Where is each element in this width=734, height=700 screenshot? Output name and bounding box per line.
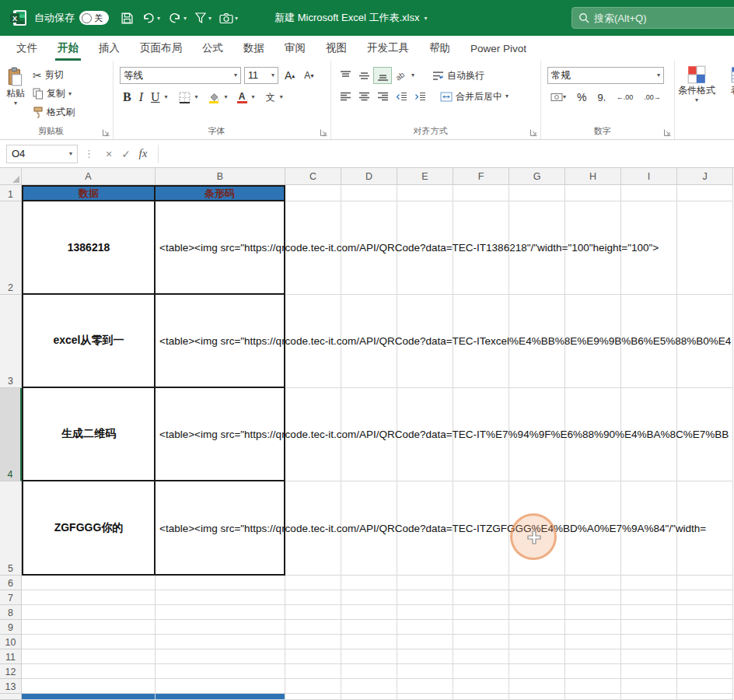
cell-J13[interactable] [677,679,733,694]
cell-E1[interactable] [397,185,453,201]
tab-公式[interactable]: 公式 [192,36,233,61]
cell-A2[interactable]: 1386218 [22,201,156,295]
tab-文件[interactable]: 文件 [6,36,47,61]
search-box[interactable] [571,7,734,29]
cell-G12[interactable] [509,664,565,679]
cell-I6[interactable] [621,576,677,590]
comma-style-button[interactable]: 9, [594,89,608,106]
align-top-button[interactable] [336,67,355,84]
increase-decimal-button[interactable]: ←.00 [613,89,637,106]
cell-C7[interactable] [285,590,341,605]
cell-G1[interactable] [509,185,565,201]
camera-button[interactable]: ▾ [215,6,242,30]
cell-J1[interactable] [677,185,733,201]
cell-A3[interactable]: excel从零到一 [22,295,156,388]
cancel-entry-button[interactable]: × [100,148,117,160]
cell-C11[interactable] [285,649,341,664]
cell-G13[interactable] [509,679,565,694]
cell-J12[interactable] [677,664,733,679]
redo-dropdown-icon[interactable]: ▾ [184,15,187,22]
cell-H7[interactable] [565,590,621,605]
increase-indent-button[interactable] [411,88,429,105]
column-header-D[interactable]: D [341,168,397,185]
orientation-button[interactable]: ab ▾ [392,67,418,84]
redo-button[interactable]: ▾ [164,6,190,30]
cell-C10[interactable] [285,635,341,649]
bold-button[interactable]: B [120,89,135,106]
tab-开始[interactable]: 开始 [47,36,89,61]
row-header-7[interactable]: 7 [0,590,22,605]
column-header-J[interactable]: J [677,168,733,185]
cell-B12[interactable] [156,664,285,679]
cell-H14[interactable] [565,694,621,700]
number-dialog-launcher[interactable] [663,128,672,137]
cell-E11[interactable] [397,649,453,664]
cell-A11[interactable] [22,649,156,664]
align-right-button[interactable] [373,88,392,105]
cell-E10[interactable] [397,635,453,649]
search-input[interactable] [594,12,711,24]
cell-D9[interactable] [341,620,397,635]
phonetic-dropdown-icon[interactable]: ▾ [280,94,283,100]
tab-数据[interactable]: 数据 [233,36,274,61]
font-color-dropdown-icon[interactable]: ▾ [252,94,255,100]
cell-J7[interactable] [677,590,733,605]
decrease-indent-button[interactable] [392,88,411,105]
cell-J14[interactable] [677,694,733,700]
align-left-button[interactable] [336,88,355,105]
cell-G14[interactable] [509,694,565,700]
cell-A9[interactable] [22,620,156,635]
cell-I14[interactable] [621,694,677,700]
camera-dropdown-icon[interactable]: ▾ [235,15,238,22]
column-header-G[interactable]: G [509,168,565,185]
cell-A12[interactable] [22,664,156,679]
cell-F13[interactable] [453,679,509,694]
font-color-button[interactable]: A [234,89,250,106]
row-header-3[interactable]: 3 [0,295,22,388]
cell-B3[interactable]: <table><img src="https://qrcode.tec-it.c… [156,295,285,388]
row-header-6[interactable]: 6 [0,576,22,590]
insert-function-button[interactable]: fx [135,147,152,160]
tab-开发工具[interactable]: 开发工具 [357,36,419,61]
decrease-decimal-button[interactable]: .00→ [641,89,664,106]
cell-A8[interactable] [22,605,156,620]
increase-font-button[interactable]: A▴ [281,67,298,84]
cell-I10[interactable] [621,635,677,649]
cell-F8[interactable] [453,605,509,620]
merge-center-dropdown-icon[interactable]: ▾ [505,93,509,100]
row-header-13[interactable]: 13 [0,679,22,694]
cell-B4[interactable]: <table><img src="https://qrcode.tec-it.c… [156,388,285,481]
tab-审阅[interactable]: 审阅 [274,36,316,61]
cell-B9[interactable] [156,620,285,635]
tab-视图[interactable]: 视图 [316,36,357,61]
cell-J8[interactable] [677,605,733,620]
filter-button[interactable]: ▾ [190,6,215,30]
cell-F10[interactable] [453,635,509,649]
cell-A5[interactable]: ZGFGGG你的 [22,481,156,576]
cell-J2[interactable] [677,201,733,295]
borders-dropdown-icon[interactable]: ▾ [195,94,198,100]
cell-I7[interactable] [621,590,677,605]
column-header-H[interactable]: H [565,168,621,185]
alignment-dialog-launcher[interactable] [530,128,538,137]
cell-E14[interactable] [397,694,453,700]
tab-插入[interactable]: 插入 [89,36,130,61]
fill-color-button[interactable] [204,89,223,106]
cell-C14[interactable] [285,694,341,700]
cell-G7[interactable] [509,590,565,605]
column-header-I[interactable]: I [621,168,677,185]
align-middle-button[interactable] [355,67,373,84]
cell-H11[interactable] [565,649,621,664]
cell-A10[interactable] [22,635,156,649]
cell-A13[interactable] [22,679,156,694]
formula-input[interactable] [158,145,734,163]
format-painter-button[interactable]: 格式刷 [30,104,78,121]
cell-I9[interactable] [621,620,677,635]
cell-H10[interactable] [565,635,621,649]
format-as-table-button[interactable]: 表格 [722,65,734,125]
cell-I13[interactable] [621,679,677,694]
cell-F9[interactable] [453,620,509,635]
cell-H12[interactable] [565,664,621,679]
cut-button[interactable]: ✂ 剪切 [30,67,78,83]
decrease-font-button[interactable]: A▾ [301,67,316,84]
